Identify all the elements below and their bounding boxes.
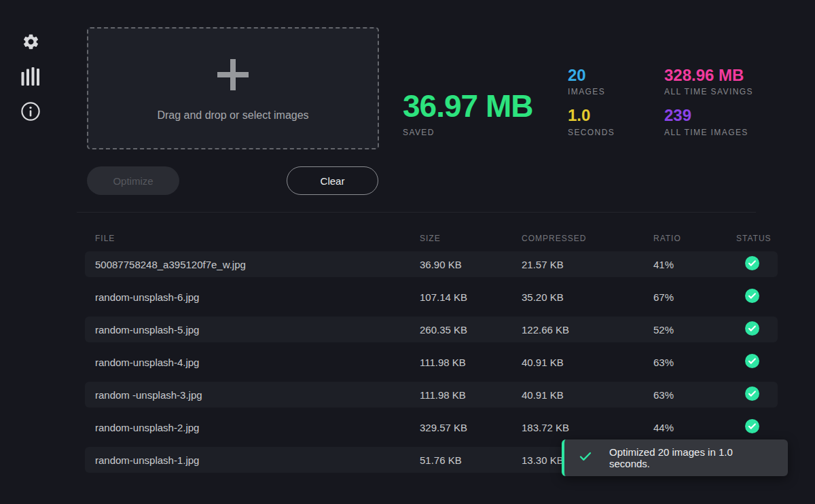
gear-icon [22, 33, 40, 53]
check-circle-icon [745, 289, 759, 305]
stats-button[interactable] [19, 66, 42, 89]
size-cell: 51.76 KB [410, 454, 511, 466]
saved-value: 36.97 MB [403, 90, 532, 122]
stat-alltime-savings: 328.96 MB ALL TIME SAVINGS [664, 67, 753, 96]
about-button[interactable] [19, 101, 42, 124]
dropzone-label: Drag and drop or select images [157, 109, 308, 122]
ratio-cell: 44% [643, 422, 726, 433]
section-divider [77, 212, 756, 213]
status-cell [726, 321, 778, 338]
check-circle-icon [745, 256, 759, 272]
settings-button[interactable] [19, 31, 42, 54]
toast-notification: Optimized 20 images in 1.0 seconds. [562, 439, 788, 476]
stat-images: 20 IMAGES [568, 67, 615, 96]
check-circle-icon [745, 354, 759, 370]
column-header-file: FILE [85, 234, 410, 243]
ratio-cell: 41% [643, 259, 726, 270]
images-value: 20 [568, 67, 615, 84]
optimize-button[interactable]: Optimize [87, 166, 179, 195]
column-header-compressed: COMPRESSED [511, 234, 643, 243]
saved-label: SAVED [403, 128, 532, 137]
compressed-cell: 40.91 KB [511, 389, 643, 401]
alltime-savings-value: 328.96 MB [664, 67, 753, 84]
check-circle-icon [745, 321, 759, 338]
stat-column-alltime: 328.96 MB ALL TIME SAVINGS 239 ALL TIME … [664, 67, 753, 147]
alltime-savings-label: ALL TIME SAVINGS [664, 87, 753, 96]
file-name-cell: random-unsplash-5.jpg [85, 324, 410, 336]
toast-message: Optimized 20 images in 1.0 seconds. [609, 446, 776, 469]
column-header-size: SIZE [410, 234, 511, 243]
stat-alltime-images: 239 ALL TIME IMAGES [664, 107, 753, 137]
compressed-cell: 21.57 KB [511, 259, 643, 270]
compressed-cell: 40.91 KB [511, 357, 643, 368]
file-name-cell: random-unsplash-4.jpg [85, 357, 410, 368]
stat-seconds: 1.0 SECONDS [568, 107, 615, 137]
table-row: random-unsplash-5.jpg 260.35 KB 122.66 K… [85, 317, 778, 342]
dropzone[interactable]: Drag and drop or select images [87, 27, 379, 149]
bar-chart-icon [21, 67, 40, 89]
file-name-cell: random-unsplash-1.jpg [85, 454, 410, 466]
seconds-label: SECONDS [568, 128, 615, 137]
seconds-value: 1.0 [568, 107, 615, 124]
ratio-cell: 67% [643, 291, 726, 303]
alltime-images-label: ALL TIME IMAGES [664, 128, 753, 137]
clear-button[interactable]: Clear [287, 166, 378, 195]
column-header-ratio: RATIO [643, 234, 726, 243]
check-circle-icon [745, 386, 759, 403]
compressed-cell: 35.20 KB [511, 291, 643, 303]
file-name-cell: random-unsplash-2.jpg [85, 422, 410, 433]
table-row: random -unsplash-3.jpg 111.98 KB 40.91 K… [85, 382, 778, 408]
size-cell: 111.98 KB [410, 357, 511, 368]
table-row: 50087758248_a395120f7e_w.jpg 36.90 KB 21… [85, 251, 778, 277]
compressed-cell: 122.66 KB [511, 324, 643, 336]
table-row: random-unsplash-6.jpg 107.14 KB 35.20 KB… [85, 284, 778, 310]
ratio-cell: 63% [643, 357, 726, 368]
size-cell: 111.98 KB [410, 389, 511, 401]
stat-saved: 36.97 MB SAVED [403, 90, 532, 137]
info-icon [20, 101, 41, 124]
check-circle-icon [745, 419, 759, 435]
check-icon [579, 452, 592, 464]
table-row: random-unsplash-4.jpg 111.98 KB 40.91 KB… [85, 349, 778, 375]
size-cell: 329.57 KB [410, 422, 511, 433]
column-header-status: STATUS [726, 234, 778, 243]
compressed-cell: 183.72 KB [511, 422, 643, 433]
file-name-cell: random-unsplash-6.jpg [85, 291, 410, 303]
plus-icon [216, 58, 250, 94]
table-row: random-unsplash-2.jpg 329.57 KB 183.72 K… [85, 414, 778, 440]
stat-column-session: 20 IMAGES 1.0 SECONDS [568, 67, 615, 147]
ratio-cell: 63% [643, 389, 726, 401]
size-cell: 36.90 KB [410, 259, 511, 270]
sidebar [0, 0, 61, 504]
status-cell [726, 289, 778, 305]
alltime-images-value: 239 [664, 107, 753, 124]
size-cell: 260.35 KB [410, 324, 511, 336]
status-cell [726, 419, 778, 435]
table-header: FILE SIZE COMPRESSED RATIO STATUS [85, 231, 778, 246]
images-label: IMAGES [568, 87, 615, 96]
size-cell: 107.14 KB [410, 291, 511, 303]
ratio-cell: 52% [643, 324, 726, 336]
status-cell [726, 256, 778, 272]
status-cell [726, 354, 778, 370]
file-name-cell: random -unsplash-3.jpg [85, 389, 410, 401]
file-name-cell: 50087758248_a395120f7e_w.jpg [85, 259, 410, 270]
app-window: Drag and drop or select images 36.97 MB … [0, 0, 815, 504]
status-cell [726, 386, 778, 403]
